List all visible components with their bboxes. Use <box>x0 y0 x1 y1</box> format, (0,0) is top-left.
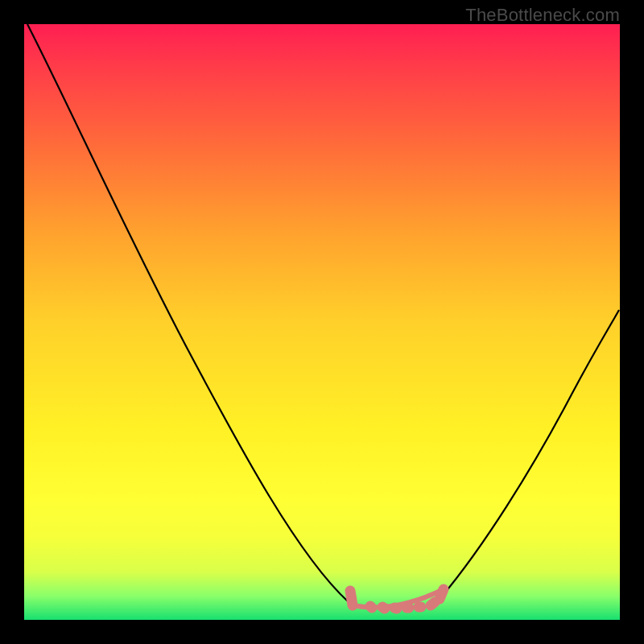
chart-stage: TheBottleneck.com <box>0 0 644 644</box>
chart-overlay <box>24 24 620 620</box>
curve-right-branch <box>441 310 619 597</box>
source-credit: TheBottleneck.com <box>465 5 620 26</box>
curve-left-branch <box>27 24 349 602</box>
svg-line-6 <box>431 602 435 605</box>
